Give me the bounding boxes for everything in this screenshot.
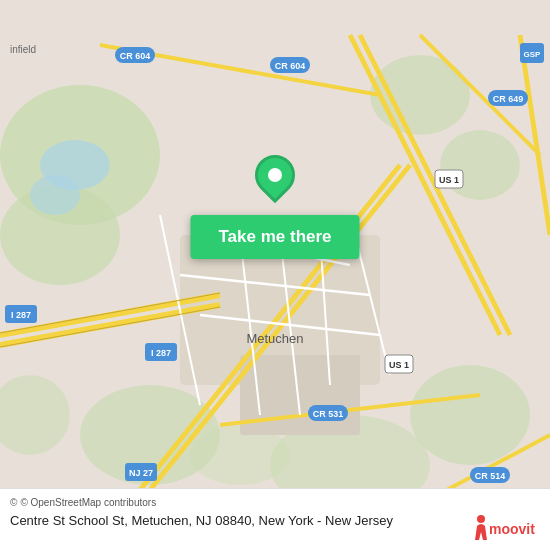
svg-text:NJ 27: NJ 27 [129, 468, 153, 478]
svg-point-59 [477, 515, 485, 523]
svg-text:CR 604: CR 604 [275, 61, 306, 71]
location-pin [255, 155, 295, 195]
attribution-text: © OpenStreetMap contributors [20, 497, 156, 508]
moovit-logo-svg: moovit [475, 512, 540, 540]
svg-text:GSP: GSP [524, 50, 542, 59]
svg-text:US 1: US 1 [389, 360, 409, 370]
moovit-logo: moovit [475, 512, 540, 540]
svg-text:CR 514: CR 514 [475, 471, 506, 481]
svg-text:Metuchen: Metuchen [246, 331, 303, 346]
svg-text:CR 649: CR 649 [493, 94, 524, 104]
address-line: Centre St School St, Metuchen, NJ 08840,… [10, 512, 540, 540]
svg-text:US 1: US 1 [439, 175, 459, 185]
svg-point-7 [410, 365, 530, 465]
address-text: Centre St School St, Metuchen, NJ 08840,… [10, 512, 467, 530]
svg-text:CR 531: CR 531 [313, 409, 344, 419]
svg-point-4 [440, 130, 520, 200]
svg-point-11 [30, 175, 80, 215]
svg-text:infield: infield [10, 44, 36, 55]
svg-text:moovit: moovit [489, 521, 535, 537]
svg-text:I 287: I 287 [151, 348, 171, 358]
take-me-there-button[interactable]: Take me there [190, 215, 359, 259]
osm-copyright-symbol: © [10, 497, 17, 508]
map-container: CR 604 CR 604 CR 649 GSP I 287 I 287 NJ … [0, 0, 550, 550]
map-background: CR 604 CR 604 CR 649 GSP I 287 I 287 NJ … [0, 0, 550, 550]
svg-point-3 [370, 55, 470, 135]
svg-text:I 287: I 287 [11, 310, 31, 320]
attribution: © © OpenStreetMap contributors [10, 497, 540, 508]
bottom-bar: © © OpenStreetMap contributors Centre St… [0, 488, 550, 550]
svg-text:CR 604: CR 604 [120, 51, 151, 61]
